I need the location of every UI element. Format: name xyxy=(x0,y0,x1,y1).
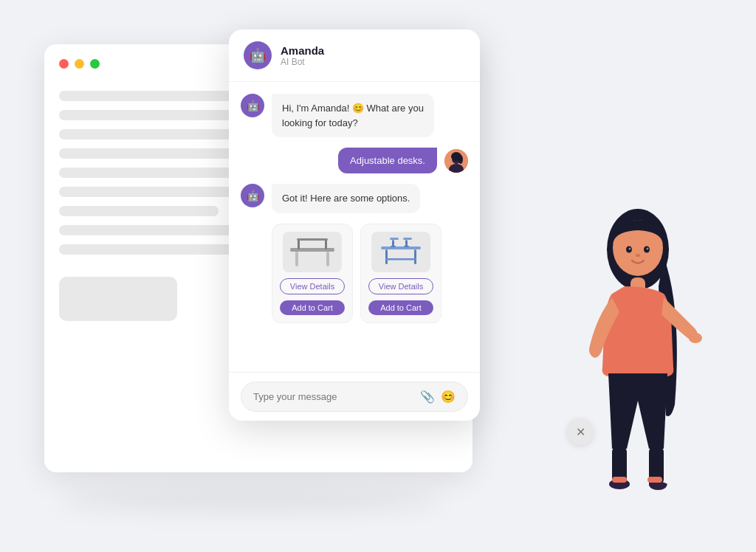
svg-rect-9 xyxy=(325,239,327,249)
user-message-row: Adjustable desks. xyxy=(241,148,468,173)
svg-rect-6 xyxy=(295,252,298,266)
add-to-cart-btn-1[interactable]: Add to Cart xyxy=(280,300,345,315)
chat-header: 🤖 Amanda AI Bot xyxy=(229,30,480,82)
view-details-btn-1[interactable]: View Details xyxy=(280,278,345,294)
svg-rect-12 xyxy=(385,249,388,264)
chat-input[interactable] xyxy=(253,391,414,402)
product-image-1 xyxy=(283,232,342,272)
bot-avatar-small: 🤖 xyxy=(241,94,264,117)
svg-rect-11 xyxy=(381,246,421,249)
user-bubble: Adjustable desks. xyxy=(338,148,437,173)
product-image-2 xyxy=(371,232,430,272)
svg-rect-17 xyxy=(391,246,396,247)
bot-bubble-2: Got it! Here are some options. xyxy=(272,184,420,213)
svg-point-33 xyxy=(647,248,649,250)
content-line xyxy=(59,206,219,216)
bot-icon-small-2: 🤖 xyxy=(247,190,259,201)
bot-icon: 🤖 xyxy=(250,47,266,63)
svg-rect-27 xyxy=(612,477,627,483)
add-to-cart-btn-2[interactable]: Add to Cart xyxy=(368,300,433,315)
svg-rect-10 xyxy=(297,238,328,241)
bot-avatar-small-2: 🤖 xyxy=(241,184,264,207)
chat-window: 🤖 Amanda AI Bot 🤖 Hi, I'm Amanda! 😊 What… xyxy=(229,30,480,421)
bot-icon-small: 🤖 xyxy=(247,100,259,111)
browser-shadow xyxy=(59,489,443,511)
product-cards-row: View Details Add to Cart xyxy=(272,224,468,323)
svg-rect-8 xyxy=(298,239,300,249)
dot-red[interactable] xyxy=(59,59,69,69)
svg-rect-15 xyxy=(390,238,399,240)
svg-rect-14 xyxy=(385,258,416,261)
user-avatar xyxy=(444,149,468,173)
dot-yellow[interactable] xyxy=(75,59,84,69)
svg-point-4 xyxy=(458,155,463,164)
svg-rect-20 xyxy=(404,246,409,247)
product-card-1: View Details Add to Cart xyxy=(272,224,353,323)
bot-message-row-2: 🤖 Got it! Here are some options. xyxy=(241,184,468,213)
chat-input-box: 📎 😊 xyxy=(241,382,468,412)
chat-header-info: Amanda AI Bot xyxy=(281,44,324,67)
svg-rect-7 xyxy=(326,252,329,266)
svg-point-34 xyxy=(636,254,640,257)
product-card-2: View Details Add to Cart xyxy=(360,224,441,323)
person-illustration xyxy=(564,198,712,508)
dot-green[interactable] xyxy=(90,59,100,69)
paperclip-icon[interactable]: 📎 xyxy=(420,390,435,404)
svg-rect-28 xyxy=(647,477,662,483)
bot-subtitle: AI Bot xyxy=(281,57,324,67)
chat-input-area: 📎 😊 xyxy=(229,372,480,421)
bot-avatar-header: 🤖 xyxy=(244,41,272,69)
view-details-btn-2[interactable]: View Details xyxy=(368,278,433,294)
bot-message-row: 🤖 Hi, I'm Amanda! 😊 What are you looking… xyxy=(241,94,468,137)
svg-rect-13 xyxy=(414,249,416,264)
svg-rect-18 xyxy=(403,238,412,240)
emoji-icon[interactable]: 😊 xyxy=(441,390,456,404)
svg-point-32 xyxy=(629,248,631,250)
svg-rect-5 xyxy=(290,248,334,252)
bot-name: Amanda xyxy=(281,44,324,57)
bot-bubble-1: Hi, I'm Amanda! 😊 What are you looking f… xyxy=(272,94,434,137)
svg-point-23 xyxy=(689,333,702,343)
content-block xyxy=(59,277,177,321)
chat-messages: 🤖 Hi, I'm Amanda! 😊 What are you looking… xyxy=(229,82,480,372)
